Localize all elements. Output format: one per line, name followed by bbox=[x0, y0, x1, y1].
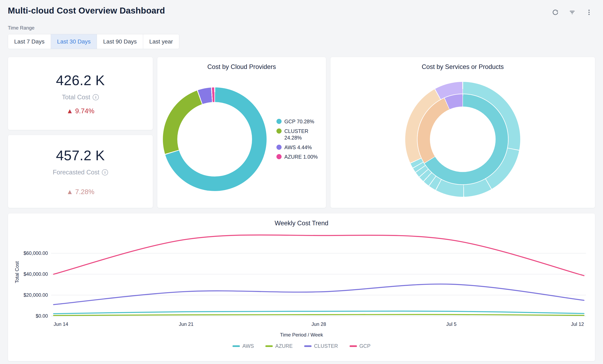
legend-label: AZURE 1.00% bbox=[284, 154, 318, 160]
y-tick-label: $40,000.00 bbox=[23, 271, 48, 277]
legend-item-cluster[interactable]: CLUSTER 24.28% bbox=[277, 128, 321, 141]
kpi-column: 426.2 K Total Cost i ▲ 9.74% 457.2 K For… bbox=[8, 57, 153, 208]
providers-chart-title: Cost by Cloud Providers bbox=[157, 63, 326, 71]
services-sunburst-area bbox=[330, 71, 595, 208]
trend-chart-title: Weekly Cost Trend bbox=[13, 220, 590, 227]
donut-hole bbox=[177, 102, 252, 177]
trend-legend-item-aws[interactable]: AWS bbox=[232, 343, 254, 349]
x-tick-label: Jun 21 bbox=[179, 321, 194, 327]
y-tick-label: $0.00 bbox=[36, 313, 48, 319]
series-line-azure bbox=[54, 315, 584, 316]
x-tick-label: Jul 12 bbox=[571, 321, 584, 327]
total-cost-label-row: Total Cost i bbox=[62, 94, 99, 101]
arrow-up-icon: ▲ bbox=[66, 188, 73, 196]
series-line-aws bbox=[54, 311, 584, 314]
more-vertical-icon bbox=[586, 9, 592, 16]
page-title: Multi-cloud Cost Overview Dashboard bbox=[8, 4, 165, 16]
forecasted-cost-value: 457.2 K bbox=[56, 147, 105, 163]
series-line-cluster bbox=[54, 284, 584, 305]
time-range-option-last-year[interactable]: Last year bbox=[143, 34, 179, 49]
legend-item-azure[interactable]: AZURE 1.00% bbox=[277, 154, 321, 160]
time-range-segmented-control: Last 7 DaysLast 30 DaysLast 90 DaysLast … bbox=[8, 34, 179, 49]
legend-dash bbox=[232, 345, 240, 347]
legend-dot bbox=[277, 154, 282, 159]
providers-chart-card: Cost by Cloud Providers GCP 70.28%CLUSTE… bbox=[157, 57, 326, 208]
legend-dot bbox=[277, 145, 282, 150]
trend-legend-item-gcp[interactable]: GCP bbox=[349, 343, 371, 349]
total-cost-value: 426.2 K bbox=[56, 72, 105, 88]
legend-dash bbox=[265, 345, 273, 347]
time-range-option-last-7-days[interactable]: Last 7 Days bbox=[8, 34, 51, 49]
forecasted-cost-card: 457.2 K Forecasted Cost i ▲ 7.28% bbox=[8, 135, 153, 208]
trend-chart-card: Weekly Cost Trend Total Cost $0.00$20,00… bbox=[8, 213, 595, 361]
x-tick-label: Jun 28 bbox=[311, 321, 326, 327]
legend-label: AWS bbox=[242, 343, 254, 349]
forecasted-cost-label: Forecasted Cost bbox=[53, 169, 99, 176]
sunburst-hole bbox=[430, 107, 495, 172]
providers-legend: GCP 70.28%CLUSTER 24.28%AWS 4.44%AZURE 1… bbox=[277, 118, 321, 160]
arrow-up-icon: ▲ bbox=[66, 107, 73, 115]
legend-label: CLUSTER bbox=[314, 343, 338, 349]
x-tick-label: Jun 14 bbox=[54, 321, 68, 327]
series-line-gcp bbox=[54, 235, 584, 276]
x-axis-title: Time Period / Week bbox=[13, 332, 590, 338]
trend-legend-item-cluster[interactable]: CLUSTER bbox=[304, 343, 338, 349]
legend-item-gcp[interactable]: GCP 70.28% bbox=[277, 118, 321, 125]
forecasted-cost-delta: ▲ 7.28% bbox=[66, 188, 94, 196]
services-chart-card: Cost by Services or Products bbox=[330, 57, 595, 208]
trend-plot-wrapper: $0.00$20,000.00$40,000.00$60,000.00Jun 1… bbox=[13, 228, 590, 331]
trend-legend: AWSAZURECLUSTERGCP bbox=[13, 343, 590, 349]
header: Multi-cloud Cost Overview Dashboard bbox=[8, 4, 595, 22]
filter-button[interactable] bbox=[567, 7, 578, 18]
legend-dot bbox=[277, 119, 282, 124]
header-actions bbox=[550, 4, 595, 18]
more-menu-button[interactable] bbox=[584, 7, 594, 18]
cards-grid: 426.2 K Total Cost i ▲ 9.74% 457.2 K For… bbox=[8, 57, 595, 208]
services-sunburst-chart[interactable] bbox=[405, 82, 520, 197]
time-range-option-last-30-days[interactable]: Last 30 Days bbox=[51, 34, 97, 49]
legend-dash bbox=[349, 345, 357, 347]
info-icon[interactable]: i bbox=[102, 169, 108, 176]
y-tick-label: $20,000.00 bbox=[23, 292, 48, 298]
legend-dash bbox=[304, 345, 312, 347]
legend-dot bbox=[277, 128, 282, 133]
legend-label: CLUSTER 24.28% bbox=[284, 128, 321, 141]
time-range-option-last-90-days[interactable]: Last 90 Days bbox=[97, 34, 143, 49]
forecasted-cost-label-row: Forecasted Cost i bbox=[53, 169, 108, 176]
dashboard-page: Multi-cloud Cost Overview Dashboard bbox=[0, 0, 603, 361]
info-icon[interactable]: i bbox=[93, 94, 99, 100]
refresh-icon bbox=[552, 9, 559, 16]
y-tick-label: $60,000.00 bbox=[23, 251, 48, 256]
total-cost-label: Total Cost bbox=[62, 94, 90, 101]
total-cost-card: 426.2 K Total Cost i ▲ 9.74% bbox=[8, 57, 153, 130]
refresh-button[interactable] bbox=[550, 7, 561, 18]
services-chart-title: Cost by Services or Products bbox=[330, 63, 595, 71]
trend-legend-item-azure[interactable]: AZURE bbox=[265, 343, 293, 349]
providers-donut-chart[interactable] bbox=[163, 88, 267, 191]
total-cost-delta: ▲ 9.74% bbox=[66, 107, 94, 115]
time-range-label: Time Range bbox=[8, 25, 595, 31]
legend-label: AWS 4.44% bbox=[284, 144, 312, 151]
trend-line-chart[interactable]: $0.00$20,000.00$40,000.00$60,000.00Jun 1… bbox=[13, 228, 590, 331]
legend-label: GCP 70.28% bbox=[284, 118, 314, 125]
providers-donut-area: GCP 70.28%CLUSTER 24.28%AWS 4.44%AZURE 1… bbox=[157, 71, 326, 208]
legend-label: AZURE bbox=[275, 343, 293, 349]
filter-icon bbox=[569, 9, 576, 16]
legend-label: GCP bbox=[359, 343, 371, 349]
legend-item-aws[interactable]: AWS 4.44% bbox=[277, 144, 321, 151]
x-tick-label: Jul 5 bbox=[446, 321, 457, 327]
y-axis-title: Total Cost bbox=[14, 261, 20, 283]
